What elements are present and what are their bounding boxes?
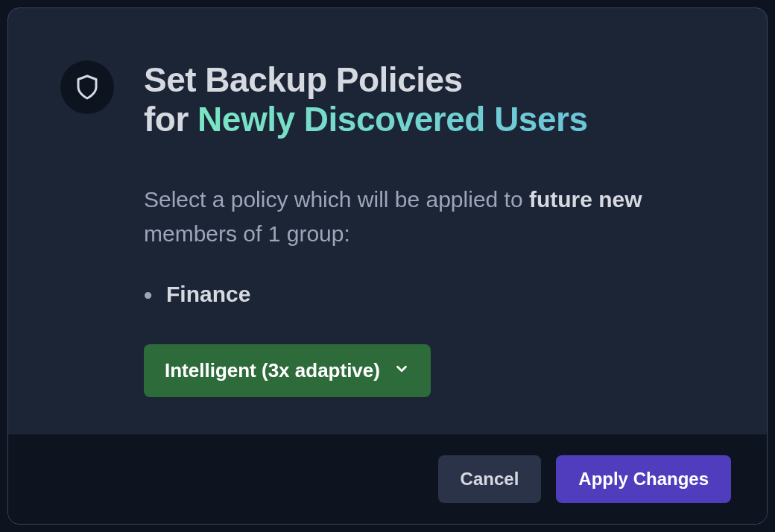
modal-content: Set Backup Policies for Newly Discovered…: [144, 60, 715, 405]
modal-body: Set Backup Policies for Newly Discovered…: [8, 8, 767, 434]
backup-policies-modal: Set Backup Policies for Newly Discovered…: [7, 7, 768, 525]
cancel-button[interactable]: Cancel: [438, 455, 542, 503]
title-prefix: for: [144, 100, 197, 139]
shield-icon: [60, 60, 114, 114]
description-strong: future new: [529, 187, 642, 212]
description-pre: Select a policy which will be applied to: [144, 187, 529, 212]
policy-selected-label: Intelligent (3x adaptive): [165, 359, 380, 382]
icon-wrapper: [60, 60, 114, 405]
modal-footer: Cancel Apply Changes: [8, 434, 767, 524]
modal-description: Select a policy which will be applied to…: [144, 183, 715, 252]
policy-dropdown[interactable]: Intelligent (3x adaptive): [144, 344, 431, 397]
modal-title: Set Backup Policies for Newly Discovered…: [144, 60, 715, 139]
apply-button[interactable]: Apply Changes: [556, 455, 731, 503]
title-line2: for Newly Discovered Users: [144, 100, 715, 139]
chevron-down-icon: [393, 359, 410, 382]
list-item: Finance: [144, 282, 715, 307]
group-list: Finance: [144, 282, 715, 307]
title-highlight: Newly Discovered Users: [197, 100, 587, 139]
description-post: members of 1 group:: [144, 221, 350, 246]
title-line1: Set Backup Policies: [144, 60, 463, 99]
